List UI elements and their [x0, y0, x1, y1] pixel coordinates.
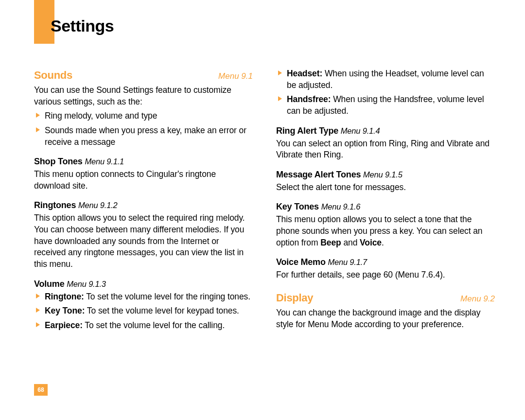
subsection-title: Volume [34, 279, 67, 289]
page-title: Settings [51, 17, 114, 35]
paragraph: For further details, see page 60 (Menu 7… [276, 269, 495, 281]
bullet-list: Ring melody, volume and type Sounds made… [34, 110, 253, 148]
subsection-ring-alert: Ring Alert Type Menu 9.1.4 [276, 126, 495, 136]
subsection-title: Ringtones [34, 200, 78, 210]
list-item: Key Tone: To set the volume level for ke… [34, 305, 253, 317]
menu-ref: Menu 9.1.7 [328, 258, 368, 266]
manual-page: Settings Sounds Menu 9.1 You can use the… [0, 0, 525, 420]
subsection-volume: Volume Menu 9.1.3 [34, 279, 253, 289]
subsection-title: Key Tones [276, 202, 321, 211]
list-item: Headset: When using the Headset, volume … [276, 68, 495, 91]
section-title: Display [276, 292, 313, 304]
list-item: Earpiece: To set the volume level for th… [34, 320, 253, 332]
list-item: Ringtone: To set the volume level for th… [34, 291, 253, 303]
column-right: Headset: When using the Headset, volume … [276, 66, 495, 334]
menu-ref: Menu 9.1.3 [67, 280, 106, 288]
menu-ref: Menu 9.1.4 [341, 126, 380, 135]
subsection-title: Ring Alert Type [276, 126, 341, 136]
menu-ref: Menu 9.1.5 [363, 170, 402, 179]
subsection-title: Message Alert Tones [276, 170, 363, 179]
bullet-list: Ringtone: To set the volume level for th… [34, 291, 253, 332]
list-item: Sounds made when you press a key, make a… [34, 125, 253, 148]
paragraph: You can use the Sound Settings feature t… [34, 85, 253, 107]
subsection-title: Voice Memo [276, 257, 328, 267]
paragraph: This menu option connects to Cingular's … [34, 169, 253, 192]
subsection-voice-memo: Voice Memo Menu 9.1.7 [276, 257, 495, 267]
bullet-list: Headset: When using the Headset, volume … [276, 68, 495, 117]
menu-ref: Menu 9.1.6 [321, 202, 361, 211]
columns: Sounds Menu 9.1 You can use the Sound Se… [34, 66, 506, 334]
section-head-sounds: Sounds Menu 9.1 [34, 69, 253, 82]
menu-ref: Menu 9.1.1 [85, 157, 124, 166]
column-left: Sounds Menu 9.1 You can use the Sound Se… [34, 66, 253, 334]
paragraph: You can change the background image and … [276, 307, 495, 330]
subsection-ringtones: Ringtones Menu 9.1.2 [34, 200, 253, 210]
paragraph: This option allows you to select the req… [34, 212, 253, 270]
subsection-msg-alert: Message Alert Tones Menu 9.1.5 [276, 170, 495, 180]
menu-ref: Menu 9.1 [218, 71, 253, 81]
list-item: Ring melody, volume and type [34, 110, 253, 122]
paragraph: You can select an option from Ring, Ring… [276, 138, 495, 161]
subsection-title: Shop Tones [34, 157, 85, 166]
list-item: Handsfree: When using the Handsfree, vol… [276, 94, 495, 117]
menu-ref: Menu 9.1.2 [78, 201, 118, 210]
page-number: 68 [34, 384, 48, 396]
section-title: Sounds [34, 69, 72, 82]
menu-ref: Menu 9.2 [460, 294, 495, 304]
section-head-display: Display Menu 9.2 [276, 292, 495, 304]
paragraph: Select the alert tone for messages. [276, 182, 495, 193]
subsection-key-tones: Key Tones Menu 9.1.6 [276, 202, 495, 212]
subsection-shop-tones: Shop Tones Menu 9.1.1 [34, 157, 253, 167]
paragraph: This menu option allows you to select a … [276, 214, 495, 248]
